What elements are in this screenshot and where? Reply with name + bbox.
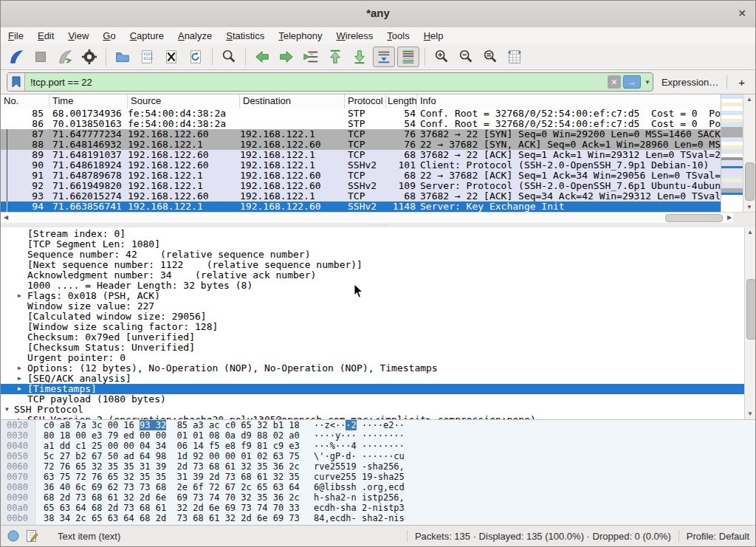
save-file-button[interactable]: 01010110: [136, 47, 158, 67]
hex-bytes[interactable]: 38 34 2c 65 63 64 68 2d 73 68 61 32 2d 6…: [44, 513, 300, 523]
packet-row-87[interactable]: 8771.647777234192.168.122.60192.168.122.…: [1, 129, 723, 140]
column-header-destination[interactable]: Destination: [240, 94, 345, 109]
column-header-length[interactable]: Length: [386, 94, 417, 109]
hex-row-0080[interactable]: 008036 40 6c 69 62 73 73 68 2e 6f 72 67 …: [1, 482, 755, 492]
detail-line[interactable]: 1000 .... = Header Length: 32 bytes (8): [1, 281, 746, 291]
scroll-thumb[interactable]: [745, 162, 755, 201]
expert-info-icon[interactable]: [7, 529, 20, 543]
zoom-in-button[interactable]: [430, 47, 453, 67]
go-first-packet-button[interactable]: [324, 47, 346, 67]
go-to-packet-button[interactable]: [300, 47, 322, 67]
detail-line[interactable]: [Checksum Status: Unverified]: [1, 343, 746, 353]
scroll-up-arrow[interactable]: ▲: [745, 227, 755, 238]
hex-bytes[interactable]: 63 75 72 76 65 32 35 35 31 39 2d 73 68 6…: [44, 472, 300, 482]
packet-row-86[interactable]: 8670.013850163fe:54:00:d4:38:2aSTP54Conf…: [1, 119, 723, 129]
intelligent-scrollbar-minimap[interactable]: [721, 94, 743, 213]
resize-columns-button[interactable]: [504, 47, 526, 67]
zoom-out-button[interactable]: [455, 47, 477, 67]
hex-row-0070[interactable]: 007063 75 72 76 65 32 35 35 31 39 2d 73 …: [1, 472, 755, 482]
detail-line[interactable]: [TCP Segment Len: 1080]: [1, 239, 746, 250]
hex-bytes[interactable]: a1 dd c1 25 00 00 04 34 06 14 f5 e8 f9 8…: [44, 441, 300, 451]
column-header-info[interactable]: Info: [417, 94, 723, 109]
go-forward-button[interactable]: [275, 47, 298, 67]
detail-line[interactable]: [Calculated window size: 29056]: [1, 312, 746, 322]
scroll-left-arrow[interactable]: ◀: [1, 213, 11, 223]
filter-add-button[interactable]: +: [734, 76, 749, 89]
hex-ascii[interactable]: 6@libssh .org,ecd: [314, 482, 405, 492]
menu-edit[interactable]: Edit: [38, 30, 54, 41]
auto-scroll-toggle[interactable]: [373, 47, 395, 67]
expanded-arrow-icon[interactable]: ▼: [5, 405, 9, 415]
collapsed-arrow-icon[interactable]: ▶: [18, 374, 21, 384]
filter-history-caret[interactable]: ▼: [642, 79, 653, 86]
column-header-source[interactable]: Source: [128, 94, 240, 109]
filter-bookmark-button[interactable]: [7, 73, 25, 91]
column-header-protocol[interactable]: Protocol: [345, 94, 386, 109]
detail-line[interactable]: [Stream index: 0]: [1, 229, 746, 239]
hex-row-00b0[interactable]: 00b038 34 2c 65 63 64 68 2d 73 68 61 32 …: [1, 513, 755, 523]
hex-ascii[interactable]: ···%···4 ········: [314, 441, 405, 451]
open-file-button[interactable]: [111, 47, 134, 67]
hex-ascii[interactable]: \'·gP·d· ······cu: [314, 451, 405, 461]
reload-file-button[interactable]: [185, 47, 207, 67]
restart-capture-button[interactable]: [54, 47, 76, 67]
stop-capture-button[interactable]: [30, 47, 52, 67]
detail-line[interactable]: Checksum: 0x79ed [unverified]: [1, 332, 746, 343]
detail-line[interactable]: Acknowledgment number: 34 (relative ack …: [1, 270, 746, 281]
packet-row-89[interactable]: 8971.648191037192.168.122.60192.168.122.…: [1, 150, 723, 160]
display-filter-input[interactable]: !tcp.port == 22: [25, 77, 608, 88]
titlebar[interactable]: *any ✕: [1, 1, 755, 28]
detail-line[interactable]: Window size value: 227: [1, 301, 746, 312]
scroll-down-arrow[interactable]: ▼: [743, 202, 755, 213]
hex-row-0020[interactable]: 0020c0 a8 7a 3c 00 16 93 32 85 a3 ac c0 …: [1, 420, 755, 430]
column-header-no[interactable]: No.: [1, 94, 49, 109]
column-header-time[interactable]: Time: [49, 94, 128, 109]
hex-ascii[interactable]: ····y··· ········: [314, 430, 405, 441]
packet-row-91[interactable]: 9171.648789678192.168.122.1192.168.122.6…: [1, 171, 723, 181]
expression-button[interactable]: Expression…: [660, 77, 720, 88]
menu-analyze[interactable]: Analyze: [178, 30, 212, 41]
hex-ascii[interactable]: ecdh-sha 2-nistp3: [314, 503, 405, 513]
packet-row-88[interactable]: 8871.648146932192.168.122.1192.168.122.6…: [1, 140, 723, 150]
detail-line[interactable]: Sequence number: 42 (relative sequence n…: [1, 250, 746, 260]
menu-view[interactable]: View: [68, 30, 89, 41]
detail-line[interactable]: ▶[Timestamps]: [1, 384, 746, 394]
menu-go[interactable]: Go: [103, 30, 115, 41]
detail-line[interactable]: [Window size scaling factor: 128]: [1, 322, 746, 332]
collapsed-arrow-icon[interactable]: ▶: [18, 384, 21, 394]
packet-row-90[interactable]: 9071.648618924192.168.122.60192.168.122.…: [1, 160, 723, 171]
detail-line[interactable]: ▶Options: (12 bytes), No-Operation (NOP)…: [1, 363, 746, 374]
menu-tools[interactable]: Tools: [387, 30, 409, 41]
menu-file[interactable]: File: [8, 30, 24, 41]
detail-line[interactable]: [Next sequence number: 1122 (relative se…: [1, 260, 746, 270]
hex-row-0030[interactable]: 003080 18 00 e3 79 ed 00 00 01 01 08 0a …: [1, 430, 755, 441]
hex-bytes[interactable]: 72 76 65 32 35 35 31 39 2d 73 68 61 32 3…: [44, 461, 300, 472]
packet-row-93[interactable]: 9371.662015274192.168.122.60192.168.122.…: [1, 191, 723, 202]
packet-row-94[interactable]: 9471.663856741192.168.122.1192.168.122.6…: [1, 202, 723, 212]
hex-ascii[interactable]: rve25519 -sha256,: [314, 461, 405, 472]
menu-help[interactable]: Help: [424, 30, 444, 41]
menu-telephony[interactable]: Telephony: [278, 30, 322, 41]
detail-line[interactable]: ▼SSH Protocol: [1, 405, 746, 415]
find-packet-button[interactable]: [218, 47, 240, 67]
hex-bytes[interactable]: 80 18 00 e3 79 ed 00 00 01 01 08 0a d9 8…: [44, 430, 300, 441]
details-vscrollbar[interactable]: ▲ ▼: [744, 227, 755, 419]
hex-row-0060[interactable]: 006072 76 65 32 35 35 31 39 2d 73 68 61 …: [1, 461, 755, 472]
hex-ascii[interactable]: ··z<···2 ····e2··: [314, 420, 405, 430]
detail-line[interactable]: Urgent pointer: 0: [1, 353, 746, 363]
detail-line[interactable]: ▶Flags: 0x018 (PSH, ACK): [1, 291, 746, 301]
hex-bytes[interactable]: c0 a8 7a 3c 00 16 93 32 85 a3 ac c0 65 3…: [44, 420, 300, 430]
go-back-button[interactable]: [251, 47, 273, 67]
hex-bytes[interactable]: 68 2d 73 68 61 32 2d 6e 69 73 74 70 32 3…: [44, 492, 300, 503]
capture-comment-icon[interactable]: [26, 529, 38, 543]
collapsed-arrow-icon[interactable]: ▶: [18, 363, 21, 374]
scroll-thumb[interactable]: [665, 214, 723, 222]
start-capture-button[interactable]: [5, 47, 27, 67]
close-file-button[interactable]: [160, 47, 182, 67]
hex-row-0090[interactable]: 009068 2d 73 68 61 32 2d 6e 69 73 74 70 …: [1, 492, 755, 503]
hex-ascii[interactable]: h-sha2-n istp256,: [314, 492, 405, 503]
packet-row-85[interactable]: 8568.001734936fe:54:00:d4:38:2aSTP54Conf…: [1, 109, 723, 119]
hex-bytes[interactable]: 5c 27 b2 67 50 ad 64 98 1d 92 00 00 01 0…: [44, 451, 300, 461]
hex-ascii[interactable]: 84,ecdh- sha2-nis: [314, 513, 405, 523]
hex-bytes[interactable]: 65 63 64 68 2d 73 68 61 32 2d 6e 69 73 7…: [44, 503, 300, 513]
